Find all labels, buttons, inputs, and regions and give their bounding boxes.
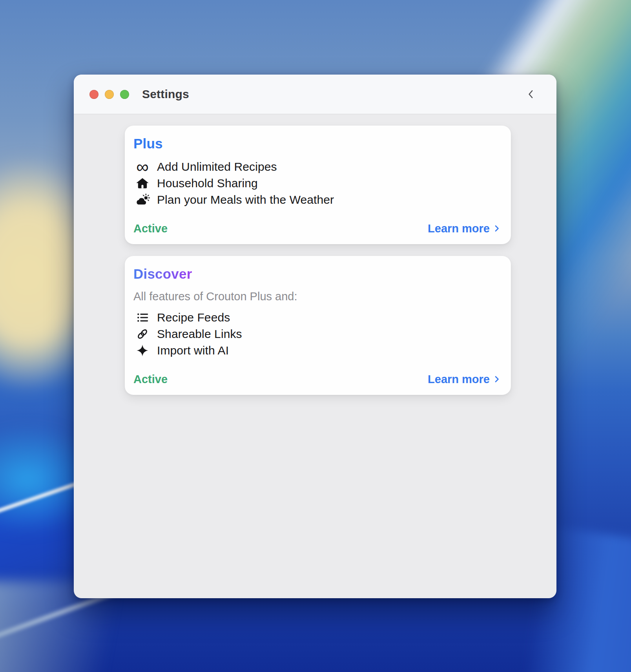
- close-button[interactable]: [89, 90, 98, 99]
- feature-label: Shareable Links: [157, 327, 242, 341]
- learn-more-button[interactable]: Learn more: [428, 373, 502, 386]
- titlebar: Settings: [74, 75, 556, 114]
- chevron-left-icon: [525, 88, 537, 101]
- feature-row: Shareable Links: [133, 326, 502, 342]
- discover-card-title: Discover: [133, 265, 192, 283]
- plus-card: Plus ∞ Add Unlimited Recipes Household S…: [125, 126, 511, 244]
- link-icon: [133, 327, 151, 341]
- feature-label: Plan your Meals with the Weather: [157, 193, 334, 206]
- feature-row: Recipe Feeds: [133, 309, 502, 326]
- status-badge: Active: [133, 222, 168, 235]
- discover-feature-list: Recipe Feeds Shareable Links: [133, 309, 502, 359]
- feature-row: Import with AI: [133, 342, 502, 359]
- list-icon: [133, 311, 151, 324]
- cloud-sun-icon: [133, 193, 151, 206]
- window-title: Settings: [142, 88, 189, 101]
- discover-card-subtitle: All features of Crouton Plus and:: [133, 290, 502, 303]
- discover-card-footer: Active Learn more: [133, 372, 502, 386]
- settings-window: Settings Plus ∞ Add Unlimited Recipes: [74, 75, 556, 598]
- feature-row: ∞ Add Unlimited Recipes: [133, 159, 502, 175]
- traffic-lights: [89, 90, 129, 99]
- chevron-right-icon: [492, 223, 502, 234]
- discover-card: Discover All features of Crouton Plus an…: [125, 256, 511, 395]
- feature-label: Recipe Feeds: [157, 311, 230, 324]
- learn-more-button[interactable]: Learn more: [428, 222, 502, 235]
- feature-label: Add Unlimited Recipes: [157, 160, 277, 173]
- feature-row: Household Sharing: [133, 175, 502, 192]
- feature-label: Household Sharing: [157, 177, 258, 190]
- infinity-icon: ∞: [133, 160, 151, 174]
- plus-card-title: Plus: [133, 135, 502, 152]
- plus-feature-list: ∞ Add Unlimited Recipes Household Sharin…: [133, 159, 502, 208]
- feature-label: Import with AI: [157, 344, 229, 357]
- zoom-button[interactable]: [120, 90, 129, 99]
- back-button[interactable]: [523, 85, 539, 103]
- learn-more-label: Learn more: [428, 373, 490, 386]
- feature-row: Plan your Meals with the Weather: [133, 192, 502, 208]
- plus-card-footer: Active Learn more: [133, 221, 502, 236]
- learn-more-label: Learn more: [428, 222, 490, 235]
- minimize-button[interactable]: [105, 90, 114, 99]
- chevron-right-icon: [492, 373, 502, 385]
- house-icon: [133, 177, 151, 190]
- settings-content: Plus ∞ Add Unlimited Recipes Household S…: [74, 126, 556, 395]
- status-badge: Active: [133, 373, 168, 386]
- sparkle-icon: [133, 344, 151, 357]
